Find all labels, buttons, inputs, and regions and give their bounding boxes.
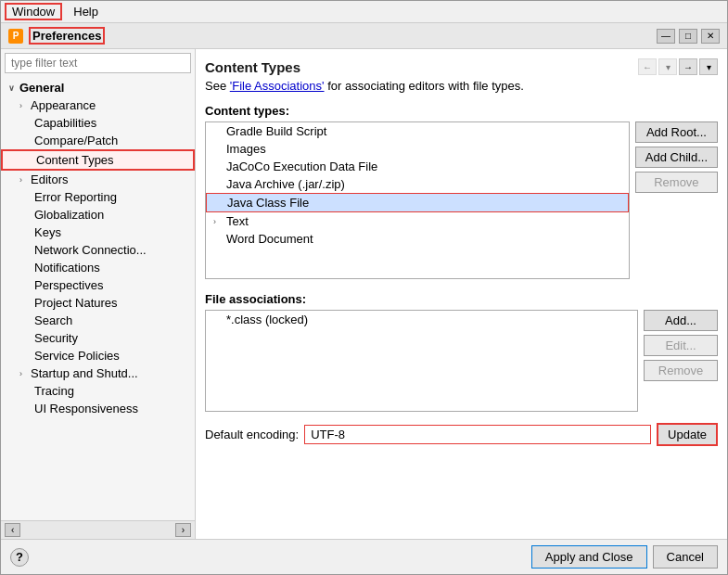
file-assoc-buttons: Add... Edit... Remove [644, 310, 718, 419]
sidebar-item-project-natures[interactable]: Project Natures [1, 294, 195, 312]
nav-arrows: ← ▾ → ▾ [638, 58, 718, 75]
dialog-title-left: P Preferences [8, 27, 105, 45]
list-item-gradle[interactable]: Gradle Build Script [206, 122, 629, 140]
list-item-label: Java Archive (.jar/.zip) [226, 177, 345, 191]
cancel-button[interactable]: Cancel [653, 545, 718, 569]
list-item-text[interactable]: › Text [206, 212, 629, 230]
window-controls: — □ ✕ [657, 29, 720, 44]
file-assoc-listbox[interactable]: *.class (locked) [205, 310, 638, 412]
preferences-dialog: P Preferences — □ ✕ ∨ General [1, 23, 727, 574]
sidebar-item-label: Appearance [31, 98, 96, 112]
minimize-button[interactable]: — [657, 29, 675, 44]
list-item-jacoco[interactable]: JaCoCo Execution Data File [206, 158, 629, 175]
sidebar-item-label: Keys [34, 225, 61, 239]
sidebar-item-label: Content Types [36, 153, 114, 167]
sidebar-item-label: Capabilities [34, 116, 96, 130]
list-item-java-class[interactable]: Java Class File [206, 193, 629, 212]
file-associations-link[interactable]: 'File Associations' [230, 79, 325, 93]
encoding-row: Default encoding: Update [205, 423, 718, 446]
list-item-java-archive[interactable]: Java Archive (.jar/.zip) [206, 175, 629, 193]
apply-close-button[interactable]: Apply and Close [531, 545, 647, 569]
close-button[interactable]: ✕ [701, 29, 720, 44]
sidebar-item-tracing[interactable]: Tracing [1, 382, 195, 400]
sidebar-item-label: Tracing [34, 384, 74, 398]
sidebar-item-content-types[interactable]: Content Types [1, 149, 195, 171]
scroll-right-button[interactable]: › [175, 523, 191, 537]
expand-arrow-general: ∨ [8, 83, 18, 93]
sidebar-item-keys[interactable]: Keys [1, 224, 195, 241]
sidebar-item-service-policies[interactable]: Service Policies [1, 347, 195, 364]
nav-back-button[interactable]: ← [638, 58, 657, 75]
update-button[interactable]: Update [657, 423, 718, 446]
sidebar-item-search[interactable]: Search [1, 312, 195, 329]
edit-fa-button[interactable]: Edit... [644, 335, 718, 356]
sidebar-item-security[interactable]: Security [1, 329, 195, 347]
sidebar-item-perspectives[interactable]: Perspectives [1, 276, 195, 294]
sidebar-item-error-reporting[interactable]: Error Reporting [1, 188, 195, 206]
encoding-label: Default encoding: [205, 428, 299, 441]
dialog-footer: ? Apply and Close Cancel [1, 539, 727, 574]
sidebar-item-network-connections[interactable]: Network Connectio... [1, 241, 195, 259]
menu-help[interactable]: Help [66, 3, 106, 20]
description-suffix: for associating editors with file types. [327, 79, 524, 93]
sidebar-item-label: Project Natures [34, 296, 118, 310]
description-row: See 'File Associations' for associating … [205, 79, 718, 93]
sidebar-item-label: UI Responsiveness [34, 402, 138, 415]
filter-input[interactable] [5, 53, 191, 73]
sidebar-item-label: Security [34, 331, 78, 345]
list-item-label: Text [226, 214, 249, 228]
content-types-label: Content types: [205, 104, 718, 118]
sidebar-item-capabilities[interactable]: Capabilities [1, 114, 195, 132]
remove-ct-button[interactable]: Remove [635, 172, 718, 193]
list-item-class-locked[interactable]: *.class (locked) [206, 311, 637, 328]
list-item-label: Images [226, 142, 266, 156]
sidebar-item-label: Service Policies [34, 349, 120, 363]
add-root-button[interactable]: Add Root... [635, 121, 718, 143]
file-assoc-row: *.class (locked) Add... Edit... Remove [205, 310, 718, 419]
main-content: Content Types ← ▾ → ▾ See 'File Associat… [196, 49, 727, 539]
content-types-buttons: Add Root... Add Child... Remove [635, 121, 718, 287]
encoding-input[interactable] [304, 425, 651, 444]
remove-fa-button[interactable]: Remove [644, 360, 718, 381]
sidebar-item-appearance[interactable]: › Appearance [1, 96, 195, 114]
sidebar-item-compare-patch[interactable]: Compare/Patch [1, 132, 195, 149]
list-item-word-doc[interactable]: Word Document [206, 230, 629, 248]
nav-back-dropdown[interactable]: ▾ [658, 58, 677, 75]
expand-arrow-appearance: › [19, 101, 29, 110]
sidebar-item-label: Error Reporting [34, 190, 117, 204]
file-assoc-list-area: *.class (locked) [205, 310, 638, 419]
sidebar-item-label: General [19, 81, 64, 95]
sidebar-item-label: Startup and Shutd... [31, 366, 138, 380]
list-item-label: Gradle Build Script [226, 124, 326, 138]
menu-window[interactable]: Window [5, 3, 62, 20]
sidebar-item-general[interactable]: ∨ General [1, 79, 195, 96]
sidebar-item-label: Editors [31, 172, 68, 186]
dialog-title: Preferences [29, 27, 105, 45]
sidebar-item-label: Notifications [34, 261, 100, 275]
sidebar-item-notifications[interactable]: Notifications [1, 259, 195, 276]
expand-arrow-startup: › [19, 369, 29, 378]
sidebar: ∨ General › Appearance Capabilities Comp… [1, 49, 196, 539]
content-types-row: Gradle Build Script Images JaCoCo Execut… [205, 121, 718, 287]
menubar: Window Help [1, 1, 727, 23]
sidebar-item-label: Compare/Patch [34, 134, 118, 147]
nav-forward-dropdown[interactable]: ▾ [699, 58, 718, 75]
sidebar-item-ui-responsiveness[interactable]: UI Responsiveness [1, 400, 195, 417]
file-assoc-label: File associations: [205, 292, 718, 306]
dialog-body: ∨ General › Appearance Capabilities Comp… [1, 49, 727, 539]
sidebar-item-editors[interactable]: › Editors [1, 171, 195, 188]
scroll-left-button[interactable]: ‹ [5, 523, 20, 537]
maximize-button[interactable]: □ [679, 29, 697, 44]
content-types-listbox[interactable]: Gradle Build Script Images JaCoCo Execut… [205, 121, 630, 279]
add-fa-button[interactable]: Add... [644, 310, 718, 331]
add-child-button[interactable]: Add Child... [635, 147, 718, 168]
tree: ∨ General › Appearance Capabilities Comp… [1, 77, 195, 520]
list-item-label: *.class (locked) [226, 313, 308, 326]
help-button[interactable]: ? [10, 548, 29, 567]
list-item-images[interactable]: Images [206, 140, 629, 158]
sidebar-item-globalization[interactable]: Globalization [1, 206, 195, 224]
nav-forward-button[interactable]: → [679, 58, 697, 75]
sidebar-item-startup-shutdown[interactable]: › Startup and Shutd... [1, 364, 195, 382]
dialog-titlebar: P Preferences — □ ✕ [1, 23, 727, 49]
expand-icon: › [213, 217, 223, 226]
